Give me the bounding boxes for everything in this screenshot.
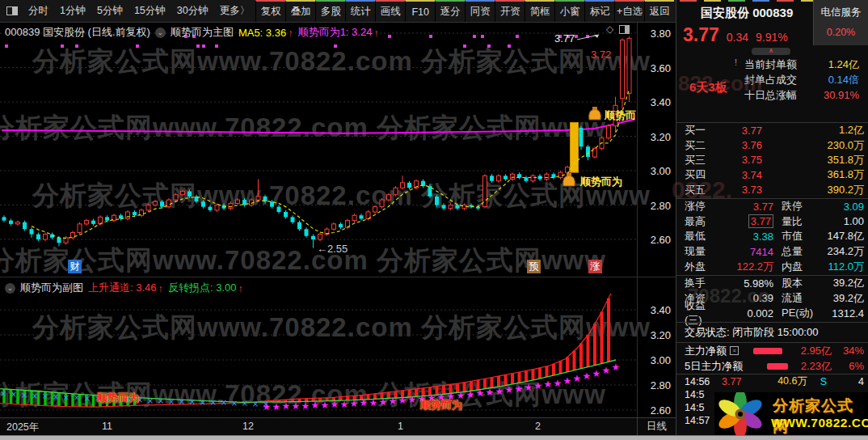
stat-row: 现量7414总量234.2万: [676, 244, 868, 260]
chevron-down-icon[interactable]: ⌄: [5, 283, 15, 294]
info-value: 1.24亿: [828, 57, 859, 72]
svg-text:3.80: 3.80: [651, 28, 671, 40]
svg-text:×: ×: [21, 391, 27, 400]
svg-text:2.60: 2.60: [651, 404, 671, 417]
panel-toggle-icon[interactable]: [619, 25, 630, 34]
svg-text:×: ×: [168, 397, 175, 406]
alert-icon: !: [735, 57, 737, 67]
svg-text:★: ★: [476, 387, 485, 399]
stat-row: 最低3.38市值147.8亿: [676, 229, 868, 244]
fund-flow-section: 主力净额≡2.95亿34%5日主力净额2.23亿6%: [676, 342, 868, 374]
tick-row: 14:563.7740.6万S4: [676, 374, 868, 388]
stats-table-2: 换手5.98%股本39.2亿净资0.39流通39.2亿收益(三)0.002PE(…: [676, 275, 868, 321]
svg-text:★: ★: [292, 400, 301, 412]
svg-text:★: ★: [515, 383, 524, 395]
svg-text:★: ★: [311, 400, 320, 411]
main-chart-header: 000839 国安股份 (日线.前复权) ⌄ 顺势而为主图 MA5: 3.36↑…: [5, 25, 379, 40]
bid-row: 买四3.74361.8万: [676, 167, 868, 182]
svg-text:×: ×: [189, 397, 196, 406]
svg-text:★: ★: [408, 394, 417, 405]
svg-text:★: ★: [282, 400, 291, 412]
stat-row: 外盘122.2万内盘112.0万: [676, 259, 868, 274]
sector-change: 0.20%: [814, 27, 868, 38]
sub-indicator-label: 顺势而为副图: [20, 281, 83, 295]
fund-flow-row: 5日主力净额2.23亿6%: [676, 358, 868, 374]
svg-text:★: ★: [592, 368, 601, 379]
time-axis: 2025年 111212 日线: [0, 417, 676, 435]
svg-text:×: ×: [32, 391, 38, 400]
svg-text:★: ★: [466, 389, 475, 400]
svg-text:★: ★: [534, 380, 543, 391]
svg-text:×: ×: [252, 400, 259, 408]
axis-year-label: 2025年: [6, 421, 39, 434]
bid-row: 买二3.76230.0万: [676, 138, 868, 152]
limit-up-streak: 6天3板: [689, 80, 727, 95]
bid-table: 买一3.771.2亿买二3.76230.0万买三3.75351.8万买四3.74…: [676, 122, 868, 197]
svg-text:★: ★: [272, 401, 281, 412]
svg-text:×: ×: [0, 389, 6, 398]
event-tag-财[interactable]: 财: [68, 260, 82, 273]
price-row: 3.77 0.34 9.91%: [683, 24, 788, 46]
chevron-down-icon[interactable]: ⌄: [155, 28, 166, 38]
event-tag-预[interactable]: 预: [527, 260, 541, 273]
quote-panel: 国安股份 000839 电信服务 0.20% 3.77 0.34 9.91% ∧…: [676, 0, 868, 435]
stat-row: 最高3.77量比1.00: [676, 214, 868, 230]
svg-text:★: ★: [573, 373, 582, 384]
event-tag-涨[interactable]: 涨: [588, 260, 602, 273]
prev-price-label: 3.72: [591, 49, 611, 61]
info-value: 30.91%: [824, 89, 859, 101]
svg-text:★: ★: [263, 401, 272, 412]
svg-text:×: ×: [242, 399, 248, 408]
pivot-value: 反转拐点: 3.00: [168, 281, 237, 295]
svg-text:3.00: 3.00: [651, 165, 671, 177]
last-price: 3.77: [683, 24, 719, 46]
bid-row: 买一3.771.2亿: [676, 123, 868, 138]
sector-box[interactable]: 电信服务 0.20%: [813, 0, 868, 45]
axis-month-label: 11: [102, 421, 112, 432]
svg-text:★: ★: [350, 398, 359, 409]
stock-name: 国安股份 000839: [701, 6, 793, 21]
collapse-pill[interactable]: ∧: [752, 48, 790, 55]
svg-text:★: ★: [563, 375, 572, 387]
svg-text:★: ★: [301, 400, 310, 412]
svg-text:★: ★: [389, 396, 398, 407]
svg-text:2.80: 2.80: [651, 379, 671, 391]
diamond-icon[interactable]: ◇: [606, 23, 613, 35]
svg-text:★: ★: [505, 384, 514, 396]
svg-text:★: ★: [525, 382, 533, 393]
period-selector[interactable]: 日线: [637, 418, 676, 436]
sub-signal-label: 顺势而为: [420, 398, 462, 412]
trade-status-section: 交易状态: 闭市阶段 15:00:00: [676, 322, 868, 342]
svg-text:★: ★: [554, 378, 563, 389]
svg-text:×: ×: [74, 393, 80, 402]
svg-text:×: ×: [42, 391, 48, 400]
svg-text:3.20: 3.20: [651, 329, 671, 341]
info-label: 封单占成交: [744, 73, 797, 87]
svg-text:×: ×: [53, 392, 59, 401]
trade-status: 交易状态: 闭市阶段 15:00:00: [676, 323, 868, 342]
svg-text:★: ★: [544, 379, 553, 390]
high-price-label: 3.77: [554, 32, 575, 44]
candlestick-chart[interactable]: 3.803.603.403.203.002.802.603.403.203.00…: [0, 0, 676, 440]
detail-icon[interactable]: ≡: [730, 346, 739, 355]
svg-text:★: ★: [369, 397, 378, 408]
up-arrow-icon: ↑: [288, 27, 293, 39]
axis-month-label: 2: [535, 421, 541, 432]
low-price-label: ←2.55: [317, 243, 348, 255]
svg-text:×: ×: [231, 399, 238, 408]
axis-month-label: 12: [242, 421, 254, 432]
window-bottom-edge: [0, 435, 868, 440]
info-label: 十日总涨幅: [744, 88, 797, 103]
svg-text:3.60: 3.60: [651, 62, 671, 74]
svg-text:3.00: 3.00: [651, 354, 671, 366]
svg-text:★: ★: [398, 395, 407, 406]
main-indicator-label: 顺势而为主图: [171, 25, 234, 40]
price-change-pct: 9.91%: [756, 31, 788, 44]
svg-text:★: ★: [360, 397, 369, 408]
sub-chart-header: ⌄ 顺势而为副图 上升通道: 3.46↑ 反转拐点: 3.00↑: [5, 281, 243, 295]
svg-text:×: ×: [63, 393, 70, 402]
svg-text:×: ×: [147, 396, 154, 405]
chart-corner-icons: ◇: [606, 23, 630, 35]
symbol-label: 000839 国安股份 (日线.前复权): [5, 25, 150, 40]
svg-text:★: ★: [612, 362, 621, 373]
